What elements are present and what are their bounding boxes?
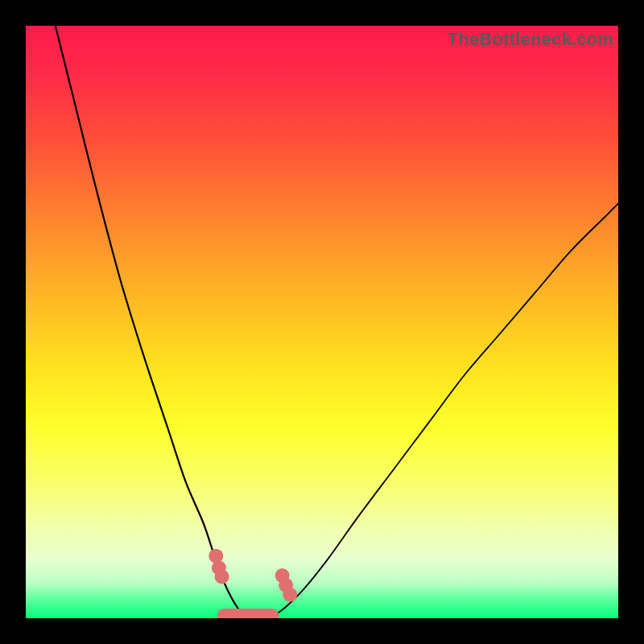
right-curve: [275, 204, 618, 616]
markers: [208, 549, 297, 602]
chart-svg: [26, 26, 618, 618]
left-curve: [56, 26, 246, 615]
data-marker: [215, 569, 229, 584]
data-marker: [283, 588, 297, 602]
outer-frame: TheBottleneck.com: [0, 0, 644, 644]
plot-area: TheBottleneck.com: [26, 26, 618, 618]
